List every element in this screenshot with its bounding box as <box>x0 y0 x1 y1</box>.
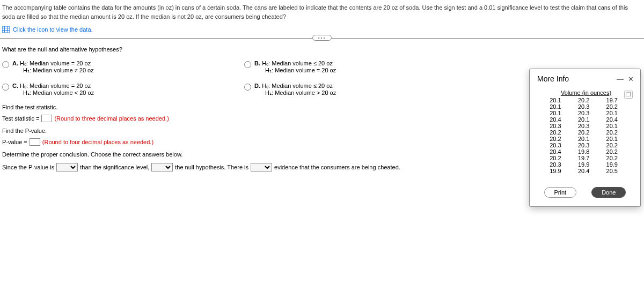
data-cell: 20.1 <box>572 116 590 123</box>
data-cell: 19.9 <box>600 161 618 168</box>
data-cell: 20.1 <box>544 103 561 110</box>
data-cell: 19.9 <box>572 161 590 168</box>
data-cell: 20.3 <box>572 110 590 116</box>
option-a[interactable]: A. H₀: Median volume = 20 oz H₁: Median … <box>2 60 94 74</box>
data-grid: 20.120.219.720.120.320.220.120.320.120.4… <box>537 97 624 174</box>
data-cell: 20.2 <box>600 129 618 136</box>
data-cell: 20.3 <box>544 123 561 129</box>
data-cell: 20.2 <box>572 97 590 103</box>
radio-d[interactable] <box>244 84 251 91</box>
data-cell: 20.1 <box>544 110 561 116</box>
compare-select[interactable] <box>56 163 78 171</box>
data-cell: 19.9 <box>544 168 561 174</box>
stat-prefix: Test statistic = <box>2 115 39 122</box>
data-cell: 20.1 <box>544 97 561 103</box>
data-cell: 20.3 <box>572 123 590 129</box>
data-cell: 19.8 <box>572 148 590 155</box>
data-cell: 20.4 <box>600 116 618 123</box>
option-c[interactable]: C. H₀: Median volume = 20 oz H₁: Median … <box>2 83 94 96</box>
data-cell: 19.7 <box>600 97 618 103</box>
data-cell: 20.4 <box>544 116 561 123</box>
radio-a[interactable] <box>2 61 9 68</box>
data-cell: 20.2 <box>572 129 590 136</box>
modal-title: More Info <box>537 74 569 83</box>
copy-icon[interactable]: ❐ <box>624 91 633 99</box>
evidence-select[interactable] <box>251 163 272 171</box>
concl-text-4: evidence that the consumers are being ch… <box>274 164 400 170</box>
data-cell: 20.4 <box>572 168 590 174</box>
data-cell: 20.1 <box>600 110 618 116</box>
data-cell: 20.2 <box>544 155 561 161</box>
option-b[interactable]: B. H₀: Median volume ≤ 20 oz H₁: Median … <box>244 60 336 74</box>
data-cell: 20.3 <box>572 142 590 148</box>
svg-rect-0 <box>2 26 10 33</box>
radio-c[interactable] <box>2 84 9 91</box>
collapse-notch[interactable]: ••• <box>0 35 644 41</box>
concl-text-3: the null hypothesis. There is <box>175 164 248 170</box>
data-cell: 20.1 <box>600 136 618 142</box>
minimize-icon[interactable]: — <box>617 75 624 83</box>
view-data-text: Click the icon to view the data. <box>13 26 93 33</box>
table-icon <box>2 26 10 33</box>
data-cell: 19.7 <box>572 155 590 161</box>
option-d[interactable]: D. H₀: Median volume ≤ 20 oz H₁: Median … <box>244 83 336 96</box>
data-cell: 20.3 <box>544 161 561 168</box>
data-cell: 20.1 <box>572 136 590 142</box>
p-hint: (Round to four decimal places as needed.… <box>42 139 153 145</box>
decision-select[interactable] <box>151 163 173 171</box>
view-data-link[interactable]: Click the icon to view the data. <box>0 24 644 35</box>
data-cell: 20.3 <box>544 142 561 148</box>
concl-text-2: than the significance level, <box>80 164 149 170</box>
more-info-modal: More Info — ✕ ❐ Volume (in ounces) 20.12… <box>529 69 641 182</box>
test-statistic-input[interactable] <box>41 115 52 122</box>
data-cell: 20.4 <box>544 148 561 155</box>
close-icon[interactable]: ✕ <box>628 75 634 83</box>
data-cell: 20.1 <box>600 123 618 129</box>
data-cell: 20.2 <box>600 148 618 155</box>
problem-intro: The accompanying table contains the data… <box>0 0 644 24</box>
data-cell: 20.2 <box>600 103 618 110</box>
hypotheses-question: What are the null and alternative hypoth… <box>2 46 642 53</box>
radio-b[interactable] <box>244 61 251 68</box>
data-cell: 20.3 <box>572 103 590 110</box>
concl-text-1: Since the P-value is <box>2 164 54 170</box>
data-header: Volume (in ounces) <box>548 89 633 96</box>
data-cell: 20.2 <box>600 142 618 148</box>
data-cell: 20.2 <box>600 155 618 161</box>
data-cell: 20.2 <box>544 129 561 136</box>
data-cell: 20.2 <box>544 136 561 142</box>
data-cell: 20.5 <box>600 168 618 174</box>
p-value-input[interactable] <box>30 138 40 146</box>
p-prefix: P-value = <box>2 139 27 145</box>
stat-hint: (Round to three decimal places as needed… <box>54 115 169 122</box>
